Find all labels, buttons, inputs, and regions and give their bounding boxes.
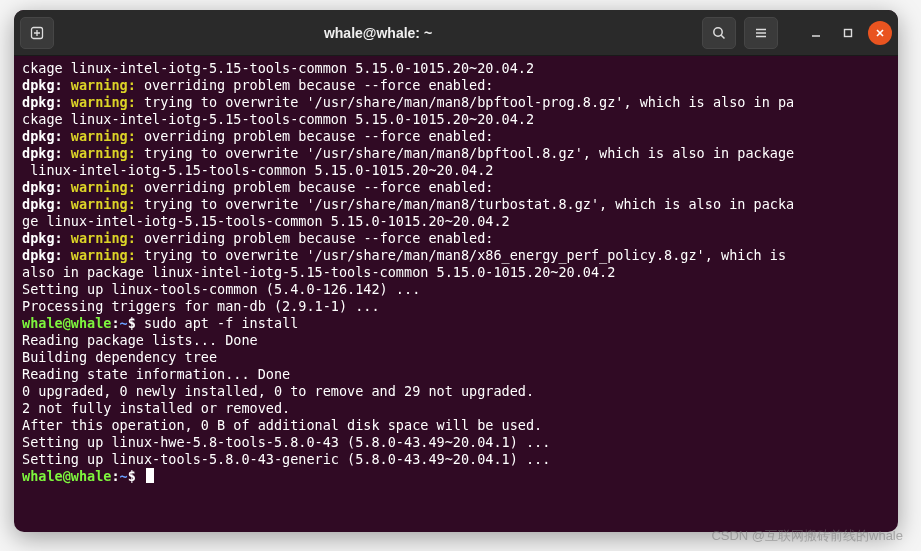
terminal-line: dpkg: warning: trying to overwrite '/usr…: [22, 145, 890, 162]
terminal-line: Reading state information... Done: [22, 366, 890, 383]
terminal-line: whale@whale:~$: [22, 468, 890, 485]
cursor: [146, 468, 154, 483]
new-tab-button[interactable]: [20, 17, 54, 49]
terminal-line: dpkg: warning: overriding problem becaus…: [22, 77, 890, 94]
command-text: sudo apt -f install: [136, 315, 299, 331]
terminal-line: ckage linux-intel-iotg-5.15-tools-common…: [22, 111, 890, 128]
terminal-line: linux-intel-iotg-5.15-tools-common 5.15.…: [22, 162, 890, 179]
terminal-line: dpkg: warning: overriding problem becaus…: [22, 230, 890, 247]
prompt-user-host: whale@whale: [22, 468, 111, 484]
prompt-dollar: $: [128, 315, 136, 331]
svg-line-4: [721, 35, 724, 38]
titlebar: whale@whale: ~: [14, 10, 898, 56]
search-button[interactable]: [702, 17, 736, 49]
terminal-line: ge linux-intel-iotg-5.15-tools-common 5.…: [22, 213, 890, 230]
minimize-button[interactable]: [804, 21, 828, 45]
prompt-path: ~: [120, 315, 128, 331]
search-icon: [711, 25, 727, 41]
svg-point-3: [714, 27, 722, 35]
maximize-icon: [842, 27, 854, 39]
terminal-line: dpkg: warning: trying to overwrite '/usr…: [22, 196, 890, 213]
terminal-window: whale@whale: ~: [14, 10, 898, 532]
window-title: whale@whale: ~: [54, 25, 702, 41]
terminal-line: dpkg: warning: trying to overwrite '/usr…: [22, 247, 890, 264]
prompt-colon: :: [111, 468, 119, 484]
terminal-line: Reading package lists... Done: [22, 332, 890, 349]
terminal-line: also in package linux-intel-iotg-5.15-to…: [22, 264, 890, 281]
minimize-icon: [810, 27, 822, 39]
prompt-path: ~: [120, 468, 128, 484]
terminal-line: dpkg: warning: overriding problem becaus…: [22, 179, 890, 196]
terminal-line: dpkg: warning: trying to overwrite '/usr…: [22, 94, 890, 111]
terminal-line: Processing triggers for man-db (2.9.1-1)…: [22, 298, 890, 315]
hamburger-icon: [753, 25, 769, 41]
prompt-user-host: whale@whale: [22, 315, 111, 331]
close-button[interactable]: [868, 21, 892, 45]
menu-button[interactable]: [744, 17, 778, 49]
maximize-button[interactable]: [836, 21, 860, 45]
prompt-colon: :: [111, 315, 119, 331]
terminal-line: Building dependency tree: [22, 349, 890, 366]
prompt-dollar: $: [128, 468, 136, 484]
svg-rect-9: [845, 29, 852, 36]
terminal-line: Setting up linux-tools-common (5.4.0-126…: [22, 281, 890, 298]
terminal-line: ckage linux-intel-iotg-5.15-tools-common…: [22, 60, 890, 77]
new-tab-icon: [29, 25, 45, 41]
close-icon: [874, 27, 886, 39]
terminal-output[interactable]: ckage linux-intel-iotg-5.15-tools-common…: [14, 56, 898, 532]
terminal-line: whale@whale:~$ sudo apt -f install: [22, 315, 890, 332]
terminal-line: dpkg: warning: overriding problem becaus…: [22, 128, 890, 145]
terminal-line: Setting up linux-hwe-5.8-tools-5.8.0-43 …: [22, 434, 890, 451]
terminal-line: After this operation, 0 B of additional …: [22, 417, 890, 434]
terminal-line: 0 upgraded, 0 newly installed, 0 to remo…: [22, 383, 890, 400]
terminal-line: Setting up linux-tools-5.8.0-43-generic …: [22, 451, 890, 468]
terminal-line: 2 not fully installed or removed.: [22, 400, 890, 417]
